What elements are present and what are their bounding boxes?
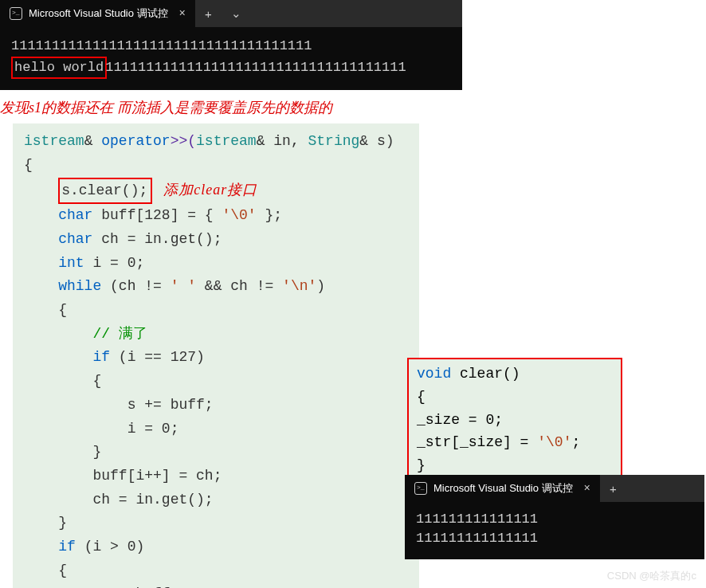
tabbar: Microsoft Visual Studio 调试控 × + ⌄ [0,0,462,27]
clear-annotation: 添加clear接口 [163,182,257,198]
code-snippet-operator: istream& operator>>(istream& in, String&… [13,123,419,588]
close-icon[interactable]: × [179,7,186,20]
tab-dropdown-icon[interactable]: ⌄ [222,6,251,21]
terminal-tab[interactable]: Microsoft Visual Studio 调试控 × [0,0,195,27]
watermark: CSDN @哈茶真的c [607,569,696,583]
highlighted-text: hello world [11,57,107,80]
highlighted-clear-call: s.clear(); [58,178,152,205]
terminal-tab[interactable]: Microsoft Visual Studio 调试控 × [405,475,600,502]
output-line: 111111111111111 [416,529,693,548]
output-line: 111111111111111 [416,510,693,529]
terminal-window-1: Microsoft Visual Studio 调试控 × + ⌄ 111111… [0,0,462,90]
tab-title: Microsoft Visual Studio 调试控 [29,6,168,21]
code-snippet-clear: void clear() { _size = 0; _str[_size] = … [407,358,622,484]
close-icon[interactable]: × [584,482,590,495]
add-tab-button[interactable]: + [600,482,626,496]
output-line: 1111111111111111111111111111111111111 [11,37,451,57]
console-output: 1111111111111111111111111111111111111 he… [0,27,462,90]
annotation-text: 发现s1的数据还在 而流插入是需要覆盖原先的数据的 [0,90,706,123]
tabbar: Microsoft Visual Studio 调试控 × + [405,475,704,502]
output-line: hello world11111111111111111111111111111… [11,57,451,80]
terminal-icon [10,7,22,20]
tab-title: Microsoft Visual Studio 调试控 [433,481,573,496]
add-tab-button[interactable]: + [195,7,222,21]
console-output: 111111111111111 111111111111111 [405,502,704,559]
terminal-icon [414,482,427,495]
terminal-window-2: Microsoft Visual Studio 调试控 × + 11111111… [405,475,704,559]
